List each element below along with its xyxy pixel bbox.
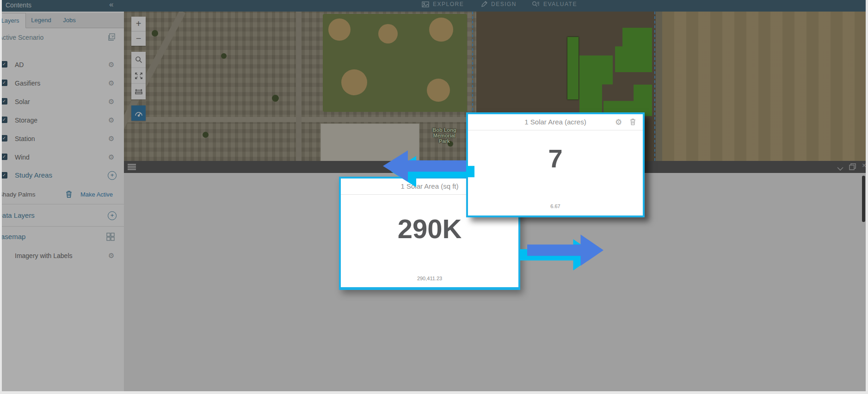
annotation-arrow-right [527, 234, 603, 267]
arrow-body [383, 149, 466, 183]
card-detail-value: 290,411.23 [341, 276, 518, 281]
annotation-arrow-left [383, 149, 466, 183]
card-detail-value: 6.67 [468, 203, 643, 209]
window-border [0, 391, 868, 394]
card-settings-icon[interactable]: ⚙ [615, 117, 622, 127]
card-value: 7 [468, 143, 643, 173]
arrow-body [527, 234, 603, 267]
card-value: 290K [341, 213, 518, 244]
trash-icon[interactable] [630, 118, 636, 127]
solar-area-acres-card: 1 Solar Area (acres) ⚙ 7 6.67 [466, 112, 645, 217]
window-border [866, 0, 868, 394]
window-border [0, 0, 2, 394]
card-header: 1 Solar Area (acres) ⚙ [468, 114, 643, 130]
